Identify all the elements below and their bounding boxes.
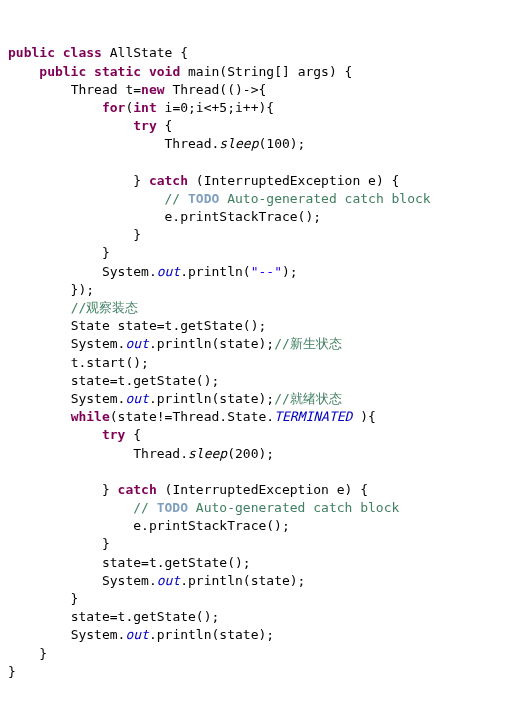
- expr-getstate3: t.getState();: [149, 555, 251, 570]
- lambda-arrow: ()->{: [227, 82, 266, 97]
- arg-state3: state: [251, 573, 290, 588]
- class-name: AllState: [110, 45, 173, 60]
- method-sleep: sleep: [219, 136, 258, 151]
- method-println2: println: [157, 336, 212, 351]
- comment-todo: // TODO Auto-generated catch block: [165, 191, 431, 206]
- expr-getstate2: t.getState();: [118, 373, 220, 388]
- field-out: out: [157, 264, 180, 279]
- method-main: main: [188, 64, 219, 79]
- method-println: println: [188, 264, 243, 279]
- stmt-printstack: e.printStackTrace();: [165, 209, 322, 224]
- cls-system4: System: [102, 573, 149, 588]
- kw-new: new: [141, 82, 164, 97]
- comment-observe: //观察装态: [71, 300, 139, 315]
- lit-zero: 0: [180, 100, 188, 115]
- expr-getstate4: t.getState();: [118, 609, 220, 624]
- cls-system2: System: [71, 336, 118, 351]
- var-state3: state: [102, 555, 141, 570]
- var-state2: state: [71, 373, 110, 388]
- arg-state2: state: [219, 391, 258, 406]
- expr-getstate: t.getState();: [165, 318, 267, 333]
- field-out2: out: [125, 336, 148, 351]
- ctor-thread: Thread: [172, 82, 219, 97]
- method-sleep2: sleep: [188, 446, 227, 461]
- todo-rest: Auto-generated catch block: [219, 191, 430, 206]
- var-i: i: [165, 100, 173, 115]
- cls-system3: System: [71, 391, 118, 406]
- lit-200: 200: [235, 446, 258, 461]
- cls-system5: System: [71, 627, 118, 642]
- var-state: state: [118, 318, 157, 333]
- cond: i<+5: [196, 100, 227, 115]
- arg-state: state: [219, 336, 258, 351]
- todo-prefix: //: [165, 191, 188, 206]
- code-block: public class AllState { public static vo…: [8, 44, 504, 681]
- lit-100: 100: [266, 136, 289, 151]
- type-state: State: [71, 318, 110, 333]
- kw-int: int: [133, 100, 156, 115]
- todo-word: TODO: [188, 191, 219, 206]
- kw-static: static: [94, 64, 141, 79]
- field-out4: out: [157, 573, 180, 588]
- method-println3: println: [157, 391, 212, 406]
- var-e2: e: [337, 482, 345, 497]
- kw-public: public: [8, 45, 55, 60]
- kw-try: try: [133, 118, 156, 133]
- kw-catch2: catch: [118, 482, 157, 497]
- const-terminated: TERMINATED: [274, 409, 352, 424]
- type-thread: Thread: [71, 82, 118, 97]
- field-out5: out: [125, 627, 148, 642]
- param-args: args: [298, 64, 329, 79]
- method-println5: println: [157, 627, 212, 642]
- comment-todo2: // TODO Auto-generated catch block: [133, 500, 399, 515]
- kw-catch: catch: [149, 173, 188, 188]
- field-out3: out: [125, 391, 148, 406]
- comment-newborn: //新生状态: [274, 336, 342, 351]
- str-ddash: "--": [251, 264, 282, 279]
- inc: i++: [235, 100, 258, 115]
- type-exc2: InterruptedException: [172, 482, 329, 497]
- type-thread2: Thread: [165, 136, 212, 151]
- var-state4: state: [71, 609, 110, 624]
- kw-public2: public: [39, 64, 86, 79]
- kw-while: while: [71, 409, 110, 424]
- cls-system: System: [102, 264, 149, 279]
- stmt-printstack2: e.printStackTrace();: [133, 518, 290, 533]
- kw-for: for: [102, 100, 125, 115]
- arg-state4: state: [219, 627, 258, 642]
- stmt-tstart: t.start();: [71, 355, 149, 370]
- kw-try2: try: [102, 427, 125, 442]
- todo-word2: TODO: [157, 500, 188, 515]
- kw-void: void: [149, 64, 180, 79]
- kw-class: class: [63, 45, 102, 60]
- type-thread3: Thread: [133, 446, 180, 461]
- todo-prefix2: //: [133, 500, 156, 515]
- type-exc: InterruptedException: [204, 173, 361, 188]
- type-stringarr: String[]: [227, 64, 290, 79]
- comment-ready: //就绪状态: [274, 391, 342, 406]
- method-println4: println: [188, 573, 243, 588]
- cond-neq: state!=Thread.State.: [118, 409, 275, 424]
- var-e: e: [368, 173, 376, 188]
- var-t: t: [125, 82, 133, 97]
- todo-rest2: Auto-generated catch block: [188, 500, 399, 515]
